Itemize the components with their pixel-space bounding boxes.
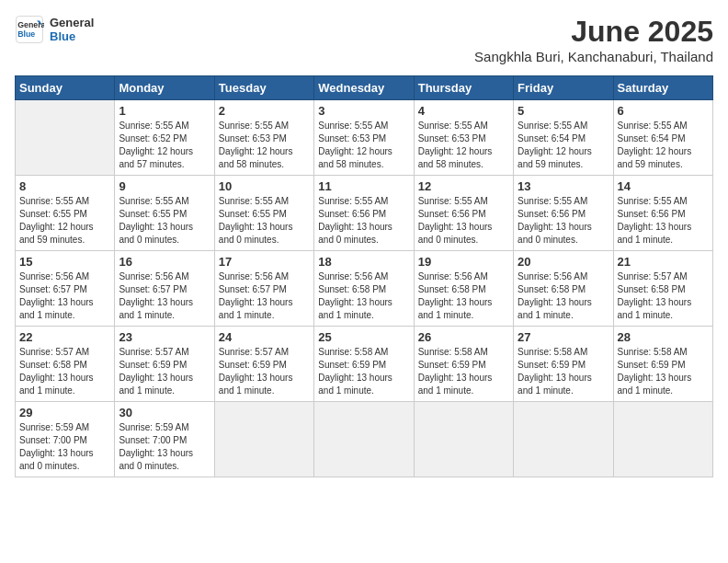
- cal-cell-w4-d6: [613, 402, 712, 477]
- day-info: Sunrise: 5:59 AM Sunset: 7:00 PM Dayligh…: [119, 421, 210, 473]
- cal-cell-w1-d6: 14 Sunrise: 5:55 AM Sunset: 6:56 PM Dayl…: [613, 176, 712, 251]
- header-row: SundayMondayTuesdayWednesdayThursdayFrid…: [16, 76, 713, 100]
- day-number: 15: [19, 255, 110, 269]
- cal-cell-w3-d1: 23 Sunrise: 5:57 AM Sunset: 6:59 PM Dayl…: [115, 327, 214, 402]
- day-number: 3: [318, 104, 409, 118]
- header-friday: Friday: [514, 76, 613, 100]
- week-row-4: 22 Sunrise: 5:57 AM Sunset: 6:58 PM Dayl…: [16, 327, 713, 402]
- day-number: 10: [219, 179, 310, 193]
- day-info: Sunrise: 5:57 AM Sunset: 6:59 PM Dayligh…: [119, 346, 210, 397]
- day-info: Sunrise: 5:57 AM Sunset: 6:59 PM Dayligh…: [219, 346, 310, 397]
- cal-cell-w0-d1: 1 Sunrise: 5:55 AM Sunset: 6:52 PM Dayli…: [115, 100, 214, 176]
- day-info: Sunrise: 5:55 AM Sunset: 6:56 PM Dayligh…: [518, 195, 609, 247]
- page-header: General Blue GeneralBlue June 2025 Sangk…: [15, 15, 713, 64]
- day-number: 23: [119, 330, 210, 344]
- calendar-subtitle: Sangkhla Buri, Kanchanaburi, Thailand: [474, 49, 713, 64]
- day-info: Sunrise: 5:55 AM Sunset: 6:56 PM Dayligh…: [318, 195, 409, 247]
- day-info: Sunrise: 5:58 AM Sunset: 6:59 PM Dayligh…: [618, 346, 709, 397]
- day-number: 26: [418, 330, 509, 344]
- day-info: Sunrise: 5:58 AM Sunset: 6:59 PM Dayligh…: [418, 346, 509, 397]
- day-number: 13: [518, 179, 609, 193]
- cal-cell-w3-d2: 24 Sunrise: 5:57 AM Sunset: 6:59 PM Dayl…: [214, 327, 313, 402]
- day-number: 5: [518, 104, 609, 118]
- day-number: 18: [318, 255, 409, 269]
- day-info: Sunrise: 5:55 AM Sunset: 6:55 PM Dayligh…: [219, 195, 310, 247]
- day-number: 16: [119, 255, 210, 269]
- week-row-5: 29 Sunrise: 5:59 AM Sunset: 7:00 PM Dayl…: [16, 402, 713, 477]
- day-info: Sunrise: 5:56 AM Sunset: 6:58 PM Dayligh…: [518, 270, 609, 322]
- svg-text:Blue: Blue: [17, 29, 35, 39]
- cal-cell-w2-d0: 15 Sunrise: 5:56 AM Sunset: 6:57 PM Dayl…: [16, 251, 115, 327]
- day-info: Sunrise: 5:56 AM Sunset: 6:58 PM Dayligh…: [318, 270, 409, 322]
- header-tuesday: Tuesday: [214, 76, 313, 100]
- day-number: 11: [318, 179, 409, 193]
- day-info: Sunrise: 5:55 AM Sunset: 6:56 PM Dayligh…: [618, 195, 709, 247]
- day-info: Sunrise: 5:55 AM Sunset: 6:54 PM Dayligh…: [618, 120, 709, 171]
- cal-cell-w1-d3: 11 Sunrise: 5:55 AM Sunset: 6:56 PM Dayl…: [314, 176, 414, 251]
- logo-text: GeneralBlue: [50, 16, 94, 43]
- day-number: 9: [119, 179, 210, 193]
- day-number: 30: [119, 406, 210, 419]
- cal-cell-w2-d1: 16 Sunrise: 5:56 AM Sunset: 6:57 PM Dayl…: [115, 251, 214, 327]
- cal-cell-w4-d1: 30 Sunrise: 5:59 AM Sunset: 7:00 PM Dayl…: [115, 402, 214, 477]
- cal-cell-w2-d6: 21 Sunrise: 5:57 AM Sunset: 6:58 PM Dayl…: [613, 251, 712, 327]
- cal-cell-w1-d5: 13 Sunrise: 5:55 AM Sunset: 6:56 PM Dayl…: [514, 176, 613, 251]
- cal-cell-w1-d2: 10 Sunrise: 5:55 AM Sunset: 6:55 PM Dayl…: [214, 176, 313, 251]
- day-number: 12: [418, 179, 509, 193]
- calendar-table: SundayMondayTuesdayWednesdayThursdayFrid…: [15, 75, 713, 477]
- day-number: 24: [219, 330, 310, 344]
- cal-cell-w1-d1: 9 Sunrise: 5:55 AM Sunset: 6:55 PM Dayli…: [115, 176, 214, 251]
- day-number: 25: [318, 330, 409, 344]
- cal-cell-w1-d0: 8 Sunrise: 5:55 AM Sunset: 6:55 PM Dayli…: [16, 176, 115, 251]
- day-info: Sunrise: 5:55 AM Sunset: 6:52 PM Dayligh…: [119, 120, 210, 171]
- cal-cell-w0-d0: [16, 100, 115, 176]
- day-info: Sunrise: 5:55 AM Sunset: 6:55 PM Dayligh…: [119, 195, 210, 247]
- title-block: June 2025 Sangkhla Buri, Kanchanaburi, T…: [474, 15, 713, 64]
- day-number: 27: [518, 330, 609, 344]
- header-monday: Monday: [115, 76, 214, 100]
- day-info: Sunrise: 5:56 AM Sunset: 6:57 PM Dayligh…: [119, 270, 210, 322]
- cal-cell-w3-d6: 28 Sunrise: 5:58 AM Sunset: 6:59 PM Dayl…: [613, 327, 712, 402]
- day-info: Sunrise: 5:56 AM Sunset: 6:57 PM Dayligh…: [19, 270, 110, 322]
- cal-cell-w4-d3: [314, 402, 414, 477]
- day-number: 6: [618, 104, 709, 118]
- day-number: 2: [219, 104, 310, 118]
- cal-cell-w4-d0: 29 Sunrise: 5:59 AM Sunset: 7:00 PM Dayl…: [16, 402, 115, 477]
- day-info: Sunrise: 5:57 AM Sunset: 6:58 PM Dayligh…: [618, 270, 709, 322]
- day-info: Sunrise: 5:59 AM Sunset: 7:00 PM Dayligh…: [19, 421, 110, 473]
- cal-cell-w3-d0: 22 Sunrise: 5:57 AM Sunset: 6:58 PM Dayl…: [16, 327, 115, 402]
- header-saturday: Saturday: [613, 76, 712, 100]
- day-number: 21: [618, 255, 709, 269]
- cal-cell-w2-d3: 18 Sunrise: 5:56 AM Sunset: 6:58 PM Dayl…: [314, 251, 414, 327]
- day-number: 28: [618, 330, 709, 344]
- cal-cell-w0-d3: 3 Sunrise: 5:55 AM Sunset: 6:53 PM Dayli…: [314, 100, 414, 176]
- header-thursday: Thursday: [414, 76, 513, 100]
- day-number: 22: [19, 330, 110, 344]
- day-number: 1: [119, 104, 210, 118]
- logo: General Blue GeneralBlue: [15, 15, 94, 44]
- day-info: Sunrise: 5:55 AM Sunset: 6:53 PM Dayligh…: [318, 120, 409, 171]
- cal-cell-w4-d4: [414, 402, 513, 477]
- day-number: 20: [518, 255, 609, 269]
- day-info: Sunrise: 5:56 AM Sunset: 6:57 PM Dayligh…: [219, 270, 310, 322]
- cal-cell-w2-d5: 20 Sunrise: 5:56 AM Sunset: 6:58 PM Dayl…: [514, 251, 613, 327]
- day-info: Sunrise: 5:58 AM Sunset: 6:59 PM Dayligh…: [318, 346, 409, 397]
- day-info: Sunrise: 5:55 AM Sunset: 6:53 PM Dayligh…: [418, 120, 509, 171]
- day-info: Sunrise: 5:55 AM Sunset: 6:54 PM Dayligh…: [518, 120, 609, 171]
- day-info: Sunrise: 5:55 AM Sunset: 6:53 PM Dayligh…: [219, 120, 310, 171]
- cal-cell-w3-d4: 26 Sunrise: 5:58 AM Sunset: 6:59 PM Dayl…: [414, 327, 513, 402]
- cal-cell-w0-d6: 6 Sunrise: 5:55 AM Sunset: 6:54 PM Dayli…: [613, 100, 712, 176]
- day-info: Sunrise: 5:56 AM Sunset: 6:58 PM Dayligh…: [418, 270, 509, 322]
- day-number: 14: [618, 179, 709, 193]
- week-row-1: 1 Sunrise: 5:55 AM Sunset: 6:52 PM Dayli…: [16, 100, 713, 176]
- day-number: 17: [219, 255, 310, 269]
- cal-cell-w0-d4: 4 Sunrise: 5:55 AM Sunset: 6:53 PM Dayli…: [414, 100, 513, 176]
- day-number: 4: [418, 104, 509, 118]
- day-number: 8: [19, 179, 110, 193]
- calendar-title: June 2025: [474, 15, 713, 49]
- day-info: Sunrise: 5:58 AM Sunset: 6:59 PM Dayligh…: [518, 346, 609, 397]
- cal-cell-w4-d2: [214, 402, 313, 477]
- cal-cell-w2-d2: 17 Sunrise: 5:56 AM Sunset: 6:57 PM Dayl…: [214, 251, 313, 327]
- day-info: Sunrise: 5:55 AM Sunset: 6:55 PM Dayligh…: [19, 195, 110, 247]
- header-wednesday: Wednesday: [314, 76, 414, 100]
